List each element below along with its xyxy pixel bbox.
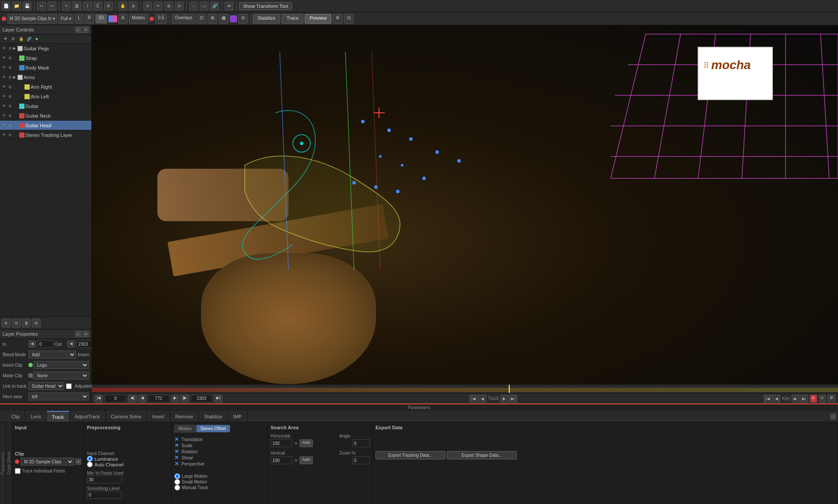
layer-row[interactable]: 👁 ⚙ ▶ Arms <box>0 73 91 82</box>
tab-camera-solve[interactable]: Camera Solve <box>106 411 147 422</box>
clip-dropdown[interactable]: M 3D Sample Clips fc ▾ <box>7 14 57 24</box>
matte-clip-dropdown[interactable]: None <box>34 372 89 379</box>
delete-layer-icon[interactable]: 🗑 <box>22 319 31 327</box>
hero-view-dropdown[interactable]: left right <box>28 393 89 400</box>
lch-lock-icon[interactable]: 🔒 <box>17 35 24 42</box>
tc-nav-next[interactable]: ▶ <box>501 395 508 403</box>
tc-frame-end[interactable]: ▶| <box>214 395 223 403</box>
layer-visibility-icon[interactable]: 👁 <box>1 74 7 80</box>
auto-channel-radio[interactable] <box>87 462 93 467</box>
save-icon[interactable]: 💾 <box>23 2 31 10</box>
layer-row[interactable]: 👁 ⚙ Guitar Neck <box>0 111 91 121</box>
panel-collapse-icon[interactable]: ▭ <box>75 27 81 33</box>
duplicate-layer-icon[interactable]: ⧉ <box>12 319 21 327</box>
layer-row[interactable]: 👁 ⚙ Arm Left <box>0 92 91 101</box>
overlays-button[interactable]: Overlays <box>172 14 195 24</box>
layer-row[interactable]: 👁 ⚙ Guitar <box>0 101 91 111</box>
in-value-input[interactable] <box>38 340 53 348</box>
lch-link-icon[interactable]: 🔗 <box>25 35 32 42</box>
tc-key-start[interactable]: |◀ <box>764 395 772 403</box>
link-to-track-dropdown[interactable]: Guitar Head <box>28 382 64 390</box>
export-shape-button[interactable]: Export Shape Data... <box>447 451 517 459</box>
zoom-input[interactable] <box>352 456 370 464</box>
3d-button[interactable]: 3D <box>95 14 107 24</box>
b-icon[interactable]: B <box>73 2 81 10</box>
minus-icon[interactable]: ⊖ <box>175 2 184 10</box>
mattes-button[interactable]: Mattes <box>129 14 148 24</box>
angle-input[interactable] <box>352 439 370 447</box>
color-toggle[interactable] <box>108 15 117 22</box>
small-motion-radio[interactable] <box>174 479 180 485</box>
layer-visibility-icon[interactable]: 👁 <box>1 122 7 129</box>
e-icon[interactable]: E <box>94 2 102 10</box>
export-tracking-button[interactable]: Export Tracking Data... <box>376 451 445 459</box>
overlay-icon-4[interactable]: ⊟ <box>238 14 248 24</box>
lp-collapse-icon[interactable]: ▭ <box>75 331 81 337</box>
tab-imp[interactable]: IMP <box>228 411 247 422</box>
layer-visibility-icon[interactable]: 👁 <box>1 94 7 100</box>
layer-row[interactable]: 👁 ⚙ Arm Right <box>0 82 91 92</box>
clip-arrow[interactable]: ▾ <box>75 459 81 465</box>
layer-visibility-icon[interactable]: 👁 <box>1 113 7 119</box>
layer-row[interactable]: 👁 ⚙ Body Mask <box>0 63 91 73</box>
min-pixels-input[interactable] <box>87 476 122 483</box>
tc-frame-start[interactable]: |◀ <box>94 395 103 403</box>
in-step-left[interactable]: ◀ <box>28 341 36 348</box>
tc-current-input[interactable] <box>148 395 170 403</box>
a-icon[interactable]: A <box>104 2 113 10</box>
opacity-value[interactable]: 0.5 <box>155 14 167 24</box>
i-icon[interactable]: I <box>83 2 92 10</box>
tc-key-prev[interactable]: ◀ <box>772 395 780 403</box>
link-icon[interactable]: 🔗 <box>210 2 219 10</box>
pen-icon[interactable]: ✏ <box>154 2 163 10</box>
tc-key-end[interactable]: ▶| <box>800 395 808 403</box>
tab-remove[interactable]: Remove <box>170 411 199 422</box>
layer-visibility-icon[interactable]: 👁 <box>1 132 7 138</box>
settings-icon[interactable]: ⚙ <box>333 14 343 24</box>
tc-start-input[interactable] <box>104 395 126 403</box>
tc-add-key[interactable]: A <box>810 395 817 403</box>
fullscreen-icon[interactable]: ⊡ <box>344 14 354 24</box>
vertical-auto-btn[interactable]: Auto <box>299 456 313 464</box>
tc-del-key[interactable]: U <box>819 395 826 403</box>
undo-icon[interactable]: ↩ <box>37 2 46 10</box>
tc-next-frame[interactable]: |▶ <box>181 395 189 403</box>
params-collapse-icon[interactable]: ▭ <box>830 414 836 420</box>
view-mode-dropdown[interactable]: Full ▾ <box>59 14 73 24</box>
layer-row[interactable]: 👁 ⚙ Stereo Tracking Layer <box>0 130 91 140</box>
rect-icon[interactable]: ▭ <box>200 2 209 10</box>
insert-clip-dropdown[interactable]: Logo None <box>34 361 89 369</box>
horizontal-auto-btn[interactable]: Auto <box>299 439 313 447</box>
trace-button[interactable]: Trace <box>282 14 303 24</box>
out-step-left[interactable]: ◀ <box>67 341 75 348</box>
plus-icon[interactable]: ⊕ <box>164 2 173 10</box>
luminance-radio[interactable] <box>87 456 93 462</box>
tab-stabilize[interactable]: Stabilize <box>199 411 228 422</box>
tc-play-back[interactable]: ◀ <box>139 395 146 403</box>
preview-button[interactable]: Preview <box>305 14 331 24</box>
folder-icon[interactable]: 📁 <box>12 2 21 10</box>
a-view-button[interactable]: A <box>118 14 128 24</box>
grab-icon[interactable]: ⊕ <box>129 2 138 10</box>
blend-mode-dropdown[interactable]: Add Normal Multiply <box>28 351 76 358</box>
tc-key-settings[interactable]: ⚙ <box>828 395 835 403</box>
rotate-icon[interactable]: ⟳ <box>143 2 152 10</box>
lch-gear-icon[interactable]: ⚙ <box>10 35 17 42</box>
tc-key-next[interactable]: ▶ <box>792 395 800 403</box>
overlay-icon-2[interactable]: ⊞ <box>208 14 217 24</box>
overlay-icon-3[interactable]: ▦ <box>219 14 229 24</box>
track-fields-checkbox[interactable] <box>15 468 21 474</box>
file-icon[interactable]: 📄 <box>2 2 10 10</box>
smoothing-input[interactable] <box>87 491 122 499</box>
add-layer-icon[interactable]: ⊕ <box>2 319 10 327</box>
lch-color-icon[interactable]: ■ <box>33 35 40 42</box>
tc-prev-frame[interactable]: ◀| <box>128 395 136 403</box>
lch-eye-icon[interactable]: 👁 <box>2 35 9 42</box>
vertical-input[interactable] <box>271 456 292 464</box>
right-eye-button[interactable]: R <box>85 14 94 24</box>
cursor-icon[interactable]: ↖ <box>62 2 71 10</box>
layer-visibility-icon[interactable]: 👁 <box>1 55 7 61</box>
panel-close-icon[interactable]: ✕ <box>83 27 89 33</box>
tab-insert[interactable]: Insert <box>147 411 170 422</box>
circle-icon[interactable]: ○ <box>189 2 198 10</box>
